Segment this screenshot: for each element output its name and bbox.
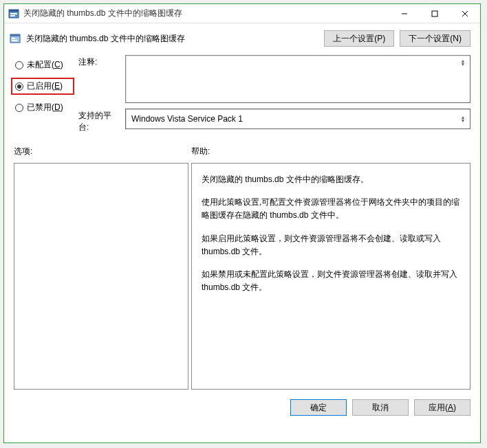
svg-rect-2 (10, 13, 17, 14)
supported-platform-box: Windows Vista Service Pack 1 (125, 109, 470, 129)
help-paragraph: 如果禁用或未配置此策略设置，则文件资源管理器将创建、读取并写入 thumbs.d… (202, 268, 460, 294)
policy-icon (10, 33, 21, 44)
cancel-button[interactable]: 取消 (352, 399, 409, 416)
window-icon (8, 8, 19, 19)
scroll-arrows-icon (457, 113, 468, 124)
platform-value: Windows Vista Service Pack 1 (131, 114, 243, 124)
radio-circle-icon (15, 104, 23, 112)
svg-rect-1 (9, 10, 19, 12)
close-button[interactable] (450, 4, 480, 23)
options-panel (14, 163, 188, 390)
comment-textarea[interactable] (125, 55, 470, 103)
svg-rect-11 (12, 40, 17, 41)
radio-disabled[interactable]: 已禁用(D) (14, 100, 72, 115)
window-controls (389, 4, 480, 23)
next-setting-button[interactable]: 下一个设置(N) (400, 30, 470, 47)
window-title: 关闭隐藏的 thumbs.db 文件中的缩略图缓存 (23, 8, 389, 19)
radio-enabled[interactable]: 已启用(E) (11, 78, 74, 95)
svg-rect-3 (10, 15, 15, 16)
minimize-button[interactable] (389, 4, 420, 23)
help-paragraph: 关闭隐藏的 thumbs.db 文件中的缩略图缓存。 (202, 173, 460, 186)
svg-rect-5 (432, 11, 437, 16)
radio-not-configured[interactable]: 未配置(C) (14, 58, 72, 72)
comment-label: 注释: (78, 55, 120, 103)
maximize-button[interactable] (420, 4, 450, 23)
svg-rect-10 (12, 38, 15, 39)
help-panel: 关闭隐藏的 thumbs.db 文件中的缩略图缓存。 使用此策略设置,可配置文件… (191, 163, 470, 390)
radio-label: 已禁用(D) (27, 102, 63, 113)
ok-button[interactable]: 确定 (290, 399, 347, 416)
help-paragraph: 使用此策略设置,可配置文件资源管理器将位于网络文件夹中的项目的缩略图缓存在隐藏的… (202, 196, 460, 222)
dialog-window: 关闭隐藏的 thumbs.db 文件中的缩略图缓存 关闭隐藏的 thumbs.d… (3, 3, 481, 443)
footer-buttons: 确定 取消 应用(A) (4, 394, 480, 416)
header-row: 关闭隐藏的 thumbs.db 文件中的缩略图缓存 上一个设置(P) 下一个设置… (4, 23, 480, 52)
fields-column: 注释: 支持的平台: Windows Vista Service Pack 1 (78, 55, 470, 133)
options-label: 选项: (14, 146, 191, 157)
radio-circle-icon (15, 61, 23, 69)
section-labels: 选项: 帮助: (4, 133, 480, 160)
radio-label: 未配置(C) (27, 59, 63, 71)
content-top: 未配置(C) 已启用(E) 已禁用(D) 注释: 支持的平台: (4, 52, 480, 133)
titlebar: 关闭隐藏的 thumbs.db 文件中的缩略图缓存 (4, 4, 480, 23)
prev-setting-button[interactable]: 上一个设置(P) (324, 30, 394, 47)
radio-circle-icon (15, 82, 23, 91)
apply-button[interactable]: 应用(A) (414, 399, 470, 416)
help-paragraph: 如果启用此策略设置，则文件资源管理器将不会创建、读取或写入 thumbs.db … (202, 232, 460, 258)
platform-row: 支持的平台: Windows Vista Service Pack 1 (78, 109, 470, 133)
policy-title: 关闭隐藏的 thumbs.db 文件中的缩略图缓存 (26, 33, 318, 45)
radio-label: 已启用(E) (27, 80, 63, 92)
help-label: 帮助: (191, 146, 470, 157)
panels-row: 关闭隐藏的 thumbs.db 文件中的缩略图缓存。 使用此策略设置,可配置文件… (4, 160, 480, 394)
comment-row: 注释: (78, 55, 470, 103)
svg-rect-9 (10, 34, 20, 36)
scroll-arrows-icon (457, 57, 468, 68)
state-radio-group: 未配置(C) 已启用(E) 已禁用(D) (14, 55, 72, 133)
platform-label: 支持的平台: (78, 109, 120, 133)
